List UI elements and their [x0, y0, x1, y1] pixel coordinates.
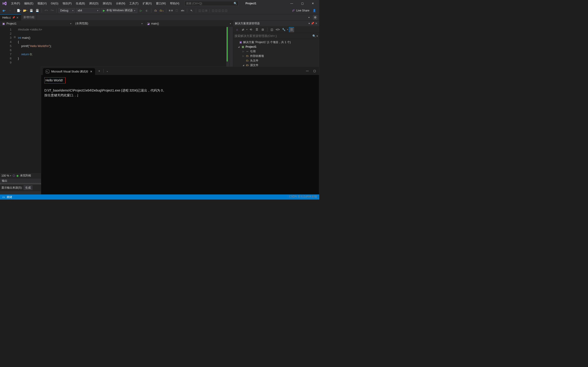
minimize-button[interactable]: — — [288, 1, 295, 6]
solution-explorer-toolbar: ⌂ ⇄▾ ⟲ ☰ ⊟ ◫ </> 🔧▾ ☷ — [233, 26, 319, 33]
panel-close-icon[interactable]: ✕ — [315, 22, 317, 25]
menu-file[interactable]: 文件(F) — [9, 1, 22, 6]
menu-test[interactable]: 测试(S) — [101, 1, 114, 6]
save-button[interactable]: 💾 — [29, 8, 34, 13]
tree-label: 解决方案 'Project1' (1 个项目，共 1 个) — [243, 40, 291, 44]
debug-console-window: >_ Microsoft Visual Studio 调试控 ✕ ＋ ⌄ — ▢… — [41, 67, 319, 194]
toolbar-folder-icon[interactable]: 🗀₊ — [159, 8, 164, 13]
menu-edit[interactable]: 编辑(E) — [22, 1, 35, 6]
save-all-button[interactable]: 💾 — [35, 8, 40, 13]
menu-tools[interactable]: 工具(T) — [128, 1, 140, 6]
menu-analyze[interactable]: 分析(N) — [114, 1, 127, 6]
console-minimize-button[interactable]: — — [306, 69, 309, 73]
start-debug-button[interactable]: ▶本地 Windows 调试器▾ — [101, 8, 137, 13]
editor-status-strip: 100 % ▾ ⬡ ◉ 未找到相 — [0, 173, 41, 178]
menu-view[interactable]: 视图(V) — [36, 1, 48, 6]
settings-gear-icon[interactable]: ⚙ — [313, 15, 317, 20]
output-source-combo[interactable]: 生成 — [24, 185, 32, 190]
solution-explorer-title[interactable]: 解决方案资源管理器 ▾ 📌 ✕ — [233, 21, 319, 26]
menu-git[interactable]: Git(G) — [49, 1, 60, 6]
console-maximize-button[interactable]: ▢ — [313, 69, 316, 73]
nav-function-combo[interactable]: ◪ main() ▾ — [145, 21, 233, 26]
live-share-button[interactable]: ⮳ Live Share 👤 — [290, 9, 318, 12]
se-collapse-icon[interactable]: ⊟ — [260, 27, 265, 32]
tab-hello-c[interactable]: Hello.c 📌 ✕ — [0, 14, 21, 20]
se-show-icon[interactable]: ◫ — [269, 27, 274, 32]
pin-icon[interactable]: 📌 — [12, 16, 15, 19]
solution-explorer-title-label: 解决方案资源管理器 — [235, 22, 260, 25]
tab-overflow-icon[interactable]: ▾ — [306, 15, 311, 20]
live-share-label: Live Share — [296, 9, 309, 12]
menu-build[interactable]: 生成(B) — [74, 1, 87, 6]
console-body[interactable]: Hello World! D:\IT_base\demo\C\Project1\… — [41, 75, 319, 194]
start-no-debug-button[interactable]: ▷ — [138, 8, 143, 13]
lightbulb-icon[interactable]: ⬡ — [13, 174, 15, 177]
solution-explorer-search[interactable]: 🔍 ▾ — [233, 33, 319, 39]
solution-explorer-search-input[interactable] — [234, 34, 312, 38]
close-button[interactable]: ✕ — [310, 1, 316, 6]
nav-back-button[interactable]: ◉ ▾ — [1, 8, 6, 13]
menu-debug[interactable]: 调试(D) — [87, 1, 100, 6]
terminal-icon: >_ — [46, 70, 49, 73]
console-dropdown-icon[interactable]: ⌄ — [106, 70, 108, 72]
tab-close-icon[interactable]: ✕ — [16, 16, 19, 19]
solution-tree[interactable]: ▣ 解决方案 'Project1' (1 个项目，共 1 个) ◢▣ Proje… — [233, 39, 319, 68]
panel-pin-icon[interactable]: 📌 — [311, 22, 314, 25]
tab-label: 新增功能 — [23, 15, 35, 19]
console-tab[interactable]: >_ Microsoft Visual Studio 调试控 ✕ — [43, 68, 95, 75]
startup-project-label: Project1 — [246, 2, 256, 5]
menu-help[interactable]: 帮助(H) — [168, 1, 181, 6]
status-bar: ▭ 就绪 — [0, 194, 319, 200]
toolbar-comment-icon[interactable]: ☐ — [174, 8, 179, 13]
tree-solution-node[interactable]: ▣ 解决方案 'Project1' (1 个项目，共 1 个) — [233, 40, 319, 44]
toolbar-abc-icon[interactable]: abc — [180, 8, 185, 13]
toolbar-indent-icons[interactable]: ≡ ≡ — [168, 8, 173, 13]
console-new-tab-button[interactable]: ＋ — [98, 69, 101, 73]
tab-whatsnew[interactable]: 新增功能 — [21, 14, 37, 20]
tree-external-node[interactable]: ▷🗀 外部依赖项 — [233, 54, 319, 58]
console-titlebar[interactable]: >_ Microsoft Visual Studio 调试控 ✕ ＋ ⌄ — ▢ — [41, 67, 319, 75]
tree-label: 头文件 — [250, 59, 258, 63]
se-home-icon[interactable]: ⌂ — [234, 27, 240, 32]
maximize-button[interactable]: ▢ — [299, 1, 305, 6]
output-window-icon[interactable]: ▭ — [2, 195, 5, 199]
zoom-combo[interactable]: 100 % ▾ — [1, 174, 11, 177]
folder-open-icon: 🗁 — [246, 64, 249, 67]
se-code-icon[interactable]: </> — [275, 27, 280, 32]
toolbar-icon-1[interactable]: ◐ — [144, 8, 149, 13]
se-sync-icon[interactable]: ⟲ — [248, 27, 253, 32]
outline-margin[interactable]: ⊟ — [14, 27, 18, 173]
tree-headers-node[interactable]: 🗀 头文件 — [233, 58, 319, 63]
open-button[interactable]: 📂▾ — [23, 8, 28, 13]
tree-references-node[interactable]: ▷▫▫ 引用 — [233, 49, 319, 54]
platform-combo[interactable]: x64▾ — [76, 8, 100, 13]
nav-project-combo[interactable]: ▣ Project1 ▾ — [0, 21, 73, 26]
cursor-icon[interactable]: ↖ — [189, 8, 194, 13]
se-wrench-icon[interactable]: 🔧 — [281, 27, 286, 32]
redo-button[interactable]: ↷▾ — [50, 8, 55, 13]
console-tab-close-icon[interactable]: ✕ — [90, 70, 92, 73]
output-source-label: 显示输出来源(S): — [1, 186, 22, 190]
menu-project[interactable]: 项目(P) — [61, 1, 73, 6]
references-icon: ▫▫ — [246, 50, 249, 53]
menu-window[interactable]: 窗口(W) — [154, 1, 168, 6]
se-view-icon[interactable]: ☷ — [289, 27, 294, 32]
tree-project-node[interactable]: ◢▣ Project1 — [233, 44, 319, 49]
menu-extensions[interactable]: 扩展(X) — [141, 1, 154, 6]
panel-dropdown-icon[interactable]: ▾ — [309, 22, 310, 25]
global-search[interactable]: 🔍 — [184, 1, 239, 6]
global-search-input[interactable] — [186, 2, 233, 5]
se-filter-icon[interactable]: ☰ — [254, 27, 259, 32]
console-exit-line: D:\IT_base\demo\C\Project1\x64\Debug\Pro… — [44, 88, 316, 93]
folder-icon: 🗀 — [246, 59, 249, 62]
toolbar-browser-icon[interactable]: 🗀 — [153, 8, 158, 13]
se-switch-icon[interactable]: ⇄ — [241, 27, 246, 32]
undo-button[interactable]: ↶▾ — [44, 8, 49, 13]
config-combo[interactable]: Debug▾ — [59, 8, 75, 13]
tree-label: Project1 — [246, 45, 256, 48]
solution-icon: ▣ — [239, 41, 242, 44]
nav-forward-button[interactable]: → — [7, 8, 12, 13]
new-item-button[interactable]: 📄▾ — [16, 8, 22, 13]
nav-scope-combo[interactable]: (全局范围) ▾ — [73, 21, 145, 26]
toolbar-dimmed-group[interactable]: ◫ ◫ ⊞ ⋮ ◫ ◫ ◫ ◫ ◫ — [198, 8, 228, 13]
